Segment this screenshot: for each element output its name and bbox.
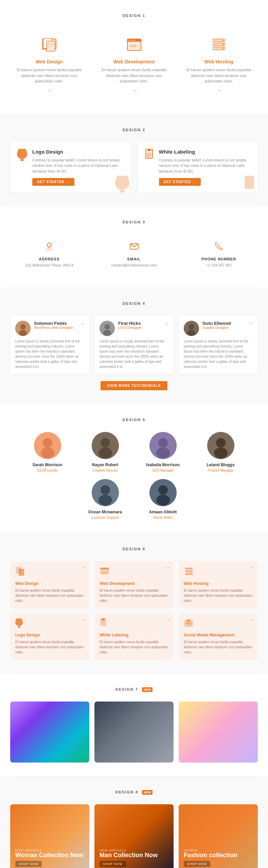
d8-fashion-btn[interactable]: SHOP NOW — [184, 861, 210, 867]
design7-title-text: DESIGN 7 — [115, 687, 138, 691]
d2-logo-text: Contrary to popular belief, Lorem Ipsum … — [32, 157, 124, 174]
d6-social-arrow[interactable]: → — [250, 617, 254, 622]
d2-white-text: Contrary to popular belief, Lorem Ipsum … — [159, 157, 251, 174]
d1-hosting-arrow[interactable]: → — [183, 87, 254, 94]
d1-webdesign-title: Web Design — [14, 59, 85, 64]
logo-design-icon — [17, 149, 27, 163]
d5-amaan-name: Amaan Abbott — [138, 510, 189, 514]
d4-solomon-quote: " — [81, 321, 84, 331]
svg-point-54 — [214, 448, 228, 458]
design4-section: DESIGN 4 Solomon Fields WordPress Web De… — [0, 288, 268, 404]
design8-title-wrap: DESIGN 8 NEW — [10, 790, 258, 794]
d4-guto-avatar — [184, 321, 199, 336]
design4-grid: Solomon Fields WordPress Web Designer " … — [10, 316, 258, 374]
d5-nayan: Nayan Robert Creative Director — [80, 432, 131, 472]
svg-point-14 — [131, 40, 132, 41]
svg-point-41 — [189, 324, 194, 330]
d2-logo-btn[interactable]: GET STARTED → — [32, 178, 74, 186]
d8-man-card: New Arrivals Man Collection Now SHOP NOW — [94, 804, 174, 868]
d6-white-arrow[interactable]: → — [165, 617, 170, 622]
svg-point-60 — [156, 495, 170, 506]
d6-webdev-title: Web Development — [100, 581, 168, 586]
svg-rect-7 — [47, 41, 55, 51]
design1-section: DESIGN 1 — [0, 0, 268, 114]
d1-webdesign-arrow[interactable]: → — [14, 87, 85, 94]
d6-white-card: → White Labeling Et harum quidem rerum f… — [94, 613, 174, 660]
d6-webdev-arrow[interactable]: → — [165, 565, 170, 570]
d6-hosting-arrow[interactable]: → — [250, 565, 254, 570]
svg-point-13 — [129, 40, 130, 41]
d6-social-title: Social Media Management — [184, 633, 253, 637]
design8-section: DESIGN 8 NEW New Arrivals Woman Collecti… — [0, 776, 268, 868]
svg-point-47 — [101, 438, 110, 448]
d6-logo-arrow[interactable]: → — [81, 617, 86, 622]
d6-social-card: → Social Media Management Et harum quide… — [179, 613, 258, 660]
d3-phone: PHONE NUMBER +1 234 567 891 — [180, 234, 258, 274]
d4-solomon-avatar — [15, 321, 31, 336]
d4-guto-role: Graphic Designer — [202, 326, 246, 330]
svg-point-53 — [216, 438, 226, 448]
design1-title: DESIGN 1 — [10, 14, 258, 18]
svg-point-51 — [156, 448, 170, 458]
design6-title: DESIGN 6 — [10, 547, 258, 551]
d8-woman-btn[interactable]: SHOP NOW — [15, 861, 42, 867]
svg-point-35 — [20, 324, 26, 330]
d7-image-3 — [179, 702, 258, 763]
d8-woman-title: Woman Collection Now — [15, 852, 84, 859]
d3-address: ADDRESS 152 Williamson Plaza, 09514 — [10, 234, 88, 274]
d7-image-1 — [10, 702, 89, 763]
d1-hosting-title: Web Hosting — [183, 59, 254, 64]
d4-more-btn[interactable]: VIEW MORE TESTIMONIALS — [101, 381, 168, 390]
d4-guto-text: Lorem Ipsum is simply dummied text of th… — [184, 339, 253, 369]
d5-leland-role: Product Manager — [195, 469, 246, 472]
d1-hosting-text: Et harum quidem rerum facilis expedita d… — [183, 67, 254, 84]
d5-nayan-name: Nayan Robert — [80, 462, 131, 467]
svg-rect-72 — [186, 619, 191, 622]
d5-leland-name: Leland Bloggs — [195, 462, 246, 467]
d8-man-btn[interactable]: SHOP NOW — [100, 861, 126, 867]
d5-nayan-role: Creative Director — [80, 469, 131, 472]
design6-section: DESIGN 6 → Web Design Et harum quidem re… — [0, 533, 268, 673]
d5-nayan-avatar — [92, 432, 119, 459]
svg-point-73 — [186, 623, 187, 624]
d2-logo-card: Logo Design Contrary to popular belief, … — [10, 142, 131, 193]
d4-solomon-card: Solomon Fields WordPress Web Designer " … — [10, 316, 89, 374]
design5-title: DESIGN 5 — [10, 418, 258, 422]
svg-text:</>: </> — [102, 571, 107, 574]
d6-social-icon — [184, 618, 253, 630]
design7-new-badge: NEW — [142, 687, 153, 692]
svg-point-42 — [187, 330, 196, 336]
design3-section: DESIGN 3 ADDRESS 152 Williamson Plaza, 0… — [0, 206, 268, 288]
d8-fashion-card: Women Fashion collection SHOP NOW — [179, 804, 258, 868]
d4-firat-avatar — [100, 321, 115, 336]
d3-email-value: contact@multiservices.com — [99, 263, 170, 267]
d6-webdesign-text: Et harum quidem rerum facilis expedita d… — [15, 588, 84, 603]
d6-hosting-title: Web Hosting — [184, 581, 253, 586]
d1-webdev-arrow[interactable]: → — [99, 87, 170, 94]
web-dev-icon: </> — [124, 35, 144, 55]
d1-webdev-title: Web Development — [99, 59, 170, 64]
svg-point-36 — [19, 330, 27, 336]
d2-white-btn[interactable]: GET STARTED → — [159, 178, 201, 186]
d5-isabella-role: SEO Manager — [138, 469, 189, 472]
d5-leland: Leland Bloggs Product Manager — [195, 432, 246, 472]
svg-point-45 — [41, 448, 54, 458]
d4-firat-header: Firat Hicks UX/UI Designer " — [100, 321, 168, 336]
d6-hosting-card: → Web Hosting Et harum quidem rerum faci… — [179, 561, 258, 608]
d4-solomon-role: WordPress Web Designer — [34, 326, 77, 330]
d6-webdesign-arrow[interactable]: → — [81, 565, 86, 570]
d5-isabella: Isabella Morrison SEO Manager — [138, 432, 189, 472]
email-icon — [99, 241, 170, 254]
d5-ocean-avatar — [92, 479, 119, 506]
d5-sarah-name: Sarah Morrison — [22, 462, 73, 467]
design4-title: DESIGN 4 — [10, 301, 258, 305]
svg-rect-31 — [245, 176, 254, 189]
svg-point-21 — [222, 44, 224, 45]
design8-grid: New Arrivals Woman Collection Now SHOP N… — [10, 804, 258, 868]
d4-firat-name: Firat Hicks — [118, 321, 161, 326]
design5-grid: Sarah Morrison CEO/Founder Nayan Robert … — [10, 432, 258, 519]
svg-point-32 — [47, 243, 51, 247]
d6-webdesign-card: → Web Design Et harum quidem rerum facil… — [10, 561, 89, 608]
d4-firat-card: Firat Hicks UX/UI Designer " Lorem Ipsum… — [94, 316, 174, 374]
svg-rect-27 — [147, 149, 151, 151]
